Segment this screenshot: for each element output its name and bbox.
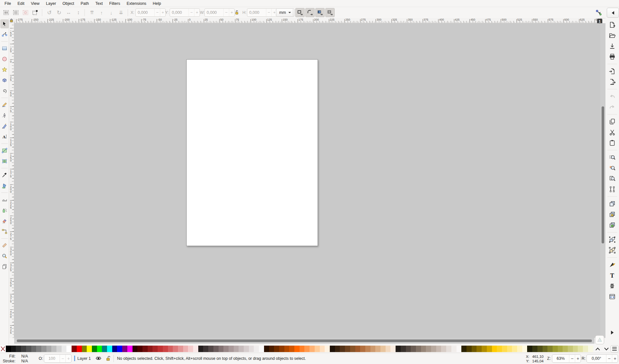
- palette-swatch[interactable]: [11, 346, 16, 352]
- palette-swatch[interactable]: [87, 346, 92, 352]
- palette-swatch[interactable]: [461, 346, 467, 352]
- palette-swatch[interactable]: [300, 346, 305, 352]
- palette-swatch[interactable]: [467, 346, 472, 352]
- palette-swatch[interactable]: [259, 346, 264, 352]
- palette-swatch[interactable]: [512, 346, 517, 352]
- tool-connector[interactable]: [0, 227, 9, 236]
- palette-swatch[interactable]: [451, 346, 457, 352]
- copy-button[interactable]: [608, 117, 616, 126]
- palette-swatch[interactable]: [386, 346, 391, 352]
- x-field[interactable]: 0,000 −+: [135, 8, 166, 17]
- layer-lock-toggle[interactable]: [106, 356, 111, 361]
- palette-swatch[interactable]: [431, 346, 436, 352]
- palette-swatch[interactable]: [522, 346, 527, 352]
- rotation-decrement[interactable]: −: [606, 355, 612, 362]
- clone-button[interactable]: [608, 210, 616, 219]
- align-dialog-button[interactable]: [608, 282, 616, 290]
- palette-swatch[interactable]: [122, 346, 127, 352]
- palette-swatch[interactable]: [223, 346, 229, 352]
- palette-swatch[interactable]: [487, 346, 492, 352]
- palette-swatch[interactable]: [229, 346, 234, 352]
- palette-swatch[interactable]: [6, 346, 11, 352]
- palette-swatch[interactable]: [558, 346, 563, 352]
- horizontal-ruler[interactable]: -275-250-225-200-175-150-125-100-75-50-2…: [14, 18, 600, 23]
- tool-star[interactable]: [0, 65, 9, 74]
- cut-button[interactable]: [608, 128, 616, 136]
- palette-swatch[interactable]: [92, 346, 97, 352]
- selection-cues-button[interactable]: [31, 8, 39, 17]
- lock-ratio-button[interactable]: [233, 8, 241, 17]
- current-layer-label[interactable]: Layer 1: [77, 356, 91, 361]
- palette-swatch[interactable]: [492, 346, 497, 352]
- palette-swatch[interactable]: [537, 346, 543, 352]
- palette-menu-button[interactable]: [611, 345, 618, 352]
- palette-swatch[interactable]: [294, 346, 300, 352]
- h-field[interactable]: 0,000 −+: [247, 8, 277, 17]
- palette-swatch[interactable]: [264, 346, 269, 352]
- palette-swatch[interactable]: [142, 346, 148, 352]
- palette-swatch[interactable]: [330, 346, 335, 352]
- save-button[interactable]: [608, 42, 616, 50]
- palette-swatch[interactable]: [401, 346, 406, 352]
- select-all-layers-button[interactable]: [12, 8, 20, 17]
- menu-layer[interactable]: Layer: [43, 0, 59, 7]
- palette-swatch[interactable]: [532, 346, 537, 352]
- palette-swatch[interactable]: [304, 346, 310, 352]
- palette-swatch[interactable]: [482, 346, 487, 352]
- palette-swatch[interactable]: [583, 346, 588, 352]
- tool-pages[interactable]: [0, 262, 9, 271]
- lower-to-bottom-button[interactable]: ⇊: [117, 8, 125, 17]
- tool-rectangle[interactable]: [0, 44, 9, 53]
- palette-swatch[interactable]: [148, 346, 153, 352]
- palette-swatch[interactable]: [406, 346, 411, 352]
- palette-swatch[interactable]: [507, 346, 512, 352]
- tool-text[interactable]: A: [0, 132, 9, 141]
- palette-swatch[interactable]: [279, 346, 284, 352]
- raise-to-top-button[interactable]: ⇈: [88, 8, 96, 17]
- palette-swatch[interactable]: [163, 346, 168, 352]
- vertical-ruler[interactable]: - 5 0- 2 502 55 07 51 0 01 2 51 5 01 7 5…: [9, 23, 14, 338]
- text-dialog-button[interactable]: T: [608, 271, 616, 280]
- palette-swatch[interactable]: [127, 346, 133, 352]
- palette-swatch[interactable]: [588, 346, 593, 352]
- tool-node-editor[interactable]: [0, 30, 9, 39]
- palette-scroll-up-button[interactable]: [593, 345, 602, 352]
- open-button[interactable]: [608, 31, 616, 40]
- palette-swatch[interactable]: [168, 346, 173, 352]
- palette-swatch[interactable]: [269, 346, 274, 352]
- palette-swatch[interactable]: [396, 346, 401, 352]
- palette-swatch[interactable]: [527, 346, 532, 352]
- zoom-page-button[interactable]: [608, 174, 616, 183]
- palette-swatch[interactable]: [102, 346, 107, 352]
- palette-swatch[interactable]: [360, 346, 365, 352]
- palette-swatch[interactable]: [97, 346, 102, 352]
- palette-swatch[interactable]: [355, 346, 360, 352]
- palette-swatch[interactable]: [72, 346, 77, 352]
- tool-selector[interactable]: [0, 19, 9, 28]
- snap-toggle-button[interactable]: [594, 8, 603, 17]
- palette-swatch[interactable]: [137, 346, 142, 352]
- palette-swatch[interactable]: [472, 346, 477, 352]
- rotate-cw-button[interactable]: ↻: [55, 8, 63, 17]
- palette-swatch[interactable]: [350, 346, 355, 352]
- paste-button[interactable]: [608, 139, 616, 147]
- new-document-button[interactable]: [608, 21, 616, 29]
- horizontal-scrollbar-thumb[interactable]: [17, 339, 592, 342]
- palette-swatch[interactable]: [411, 346, 416, 352]
- w-decrement[interactable]: −: [223, 9, 229, 16]
- palette-swatch[interactable]: [568, 346, 573, 352]
- rotation-increment[interactable]: +: [612, 355, 618, 362]
- palette-swatch[interactable]: [158, 346, 163, 352]
- palette-swatch[interactable]: [77, 346, 82, 352]
- x-increment[interactable]: +: [160, 9, 165, 16]
- menu-text[interactable]: Text: [92, 0, 106, 7]
- palette-swatch[interactable]: [375, 346, 380, 352]
- palette-swatch[interactable]: [553, 346, 558, 352]
- palette-swatch[interactable]: [563, 346, 568, 352]
- tool-dropper[interactable]: [0, 171, 9, 180]
- rotation-field[interactable]: 0,00° −+: [586, 354, 618, 363]
- commands-overflow-button[interactable]: [608, 328, 616, 337]
- palette-swatch[interactable]: [315, 346, 320, 352]
- palette-swatch[interactable]: [213, 346, 219, 352]
- palette-swatch[interactable]: [543, 346, 548, 352]
